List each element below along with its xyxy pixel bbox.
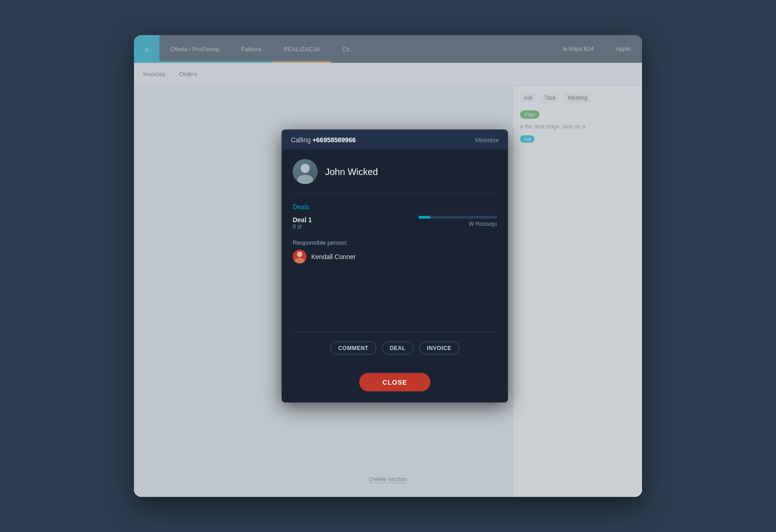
deal-item: Deal 1 0 zł W Rozwoju — [293, 216, 497, 230]
deal-progress-area: W Rozwoju — [414, 216, 497, 227]
deal-amount: 0 zł — [293, 224, 414, 230]
responsible-avatar — [293, 250, 307, 264]
deal-button[interactable]: DEAL — [382, 342, 414, 355]
deal-info: Deal 1 0 zł — [293, 216, 414, 230]
modal-separator — [293, 332, 497, 332]
calling-info: Calling +66958589966 — [291, 136, 356, 144]
modal-spacer — [293, 267, 497, 323]
phone-number: +66958589966 — [312, 136, 356, 144]
responsible-label: Responsible person: — [293, 239, 497, 246]
modal-footer: CLOSE — [282, 366, 508, 403]
deal-name: Deal 1 — [293, 216, 414, 224]
modal-actions: COMMENT DEAL INVOICE — [293, 342, 497, 357]
responsible-section: Responsible person: Kendall Conner — [293, 239, 497, 264]
contact-section: John Wicked — [293, 159, 497, 194]
close-button[interactable]: CLOSE — [359, 373, 430, 392]
modal-header: Calling +66958589966 Minimize — [282, 130, 508, 150]
contact-name: John Wicked — [325, 166, 378, 177]
avatar-person-icon — [293, 159, 318, 184]
deal-progress-fill — [418, 216, 430, 219]
invoice-button[interactable]: INVOICE — [419, 342, 459, 355]
contact-avatar — [293, 159, 318, 184]
call-modal: Calling +66958589966 Minimize John Wicke… — [282, 130, 508, 403]
calling-label: Calling — [291, 136, 311, 144]
responsible-person: Kendall Conner — [293, 250, 497, 264]
deals-section: Deals Deal 1 0 zł W Rozwoju — [293, 203, 497, 230]
modal-body: John Wicked Deals Deal 1 0 zł W Rozwoju — [282, 150, 508, 366]
comment-button[interactable]: COMMENT — [330, 342, 376, 355]
deal-progress-bar — [418, 216, 497, 219]
minimize-button[interactable]: Minimize — [475, 136, 498, 143]
screen-container: u Oferta / ProForma Faktura REALIZACJA C… — [134, 35, 642, 497]
deals-title: Deals — [293, 203, 497, 211]
deal-stage: W Rozwoju — [469, 221, 497, 227]
responsible-name: Kendall Conner — [311, 253, 356, 260]
